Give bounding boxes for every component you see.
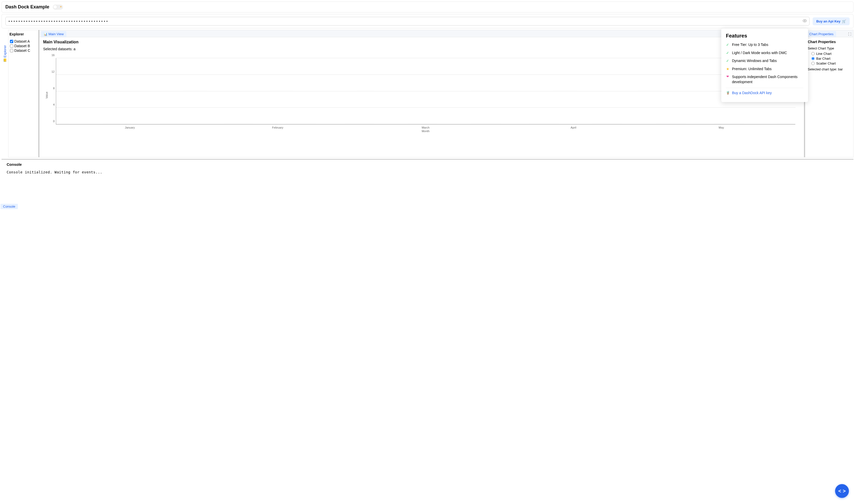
feature-item: ✓Free Tier: Up to 3 Tabs bbox=[726, 42, 803, 48]
heart-icon: ❤ bbox=[726, 74, 729, 79]
features-popover: Features ✓Free Tier: Up to 3 Tabs✓Light … bbox=[721, 28, 808, 102]
star-icon: ★ bbox=[726, 67, 729, 72]
main-tab-strip: 📊 Main View bbox=[39, 30, 804, 37]
theme-toggle[interactable]: ☀ bbox=[53, 5, 63, 10]
cart-icon: 🛒 bbox=[842, 19, 846, 23]
header-bar: Dash Dock Example ☀ bbox=[2, 2, 853, 13]
api-key-bar: Buy an Api Key 🛒 bbox=[2, 14, 853, 28]
buy-api-key-label: Buy an Api Key bbox=[816, 19, 840, 23]
chart-type-label: Scatter Chart bbox=[816, 61, 836, 65]
selected-chart-type-text: Selected chart type: bar bbox=[808, 67, 851, 71]
chart-type-radio[interactable] bbox=[812, 52, 815, 55]
x-tick: January bbox=[63, 126, 196, 129]
explorer-rail[interactable]: Explorer 📒 bbox=[2, 30, 8, 157]
chart-properties-title: Chart Properties bbox=[808, 40, 851, 44]
chart-type-label: Line Chart bbox=[816, 52, 832, 56]
feature-item: ❤Supports independent Dash Components de… bbox=[726, 74, 803, 85]
plot-area: 0481216 bbox=[56, 58, 795, 124]
folder-icon: 📒 bbox=[3, 58, 7, 62]
buy-dashdock-link[interactable]: Buy a DashDock API key bbox=[732, 91, 772, 96]
api-key-input[interactable] bbox=[8, 19, 800, 23]
console-output: Console initialized. Waiting for events.… bbox=[7, 170, 848, 174]
x-tick: April bbox=[507, 126, 640, 129]
x-tick: March bbox=[359, 126, 492, 129]
y-tick: 12 bbox=[52, 70, 56, 73]
tab-chart-properties-label: Chart Properties bbox=[809, 32, 834, 36]
tab-chart-properties[interactable]: Chart Properties bbox=[807, 31, 836, 37]
props-body: Chart Properties Select Chart Type Line … bbox=[805, 37, 853, 74]
y-tick: 16 bbox=[52, 54, 56, 57]
dataset-label: Dataset A bbox=[14, 39, 30, 43]
feature-text: Dynamic Windows and Tabs bbox=[732, 58, 777, 64]
chart-type-radio-row[interactable]: Line Chart bbox=[812, 52, 851, 56]
gridline bbox=[56, 74, 795, 75]
check-icon: ✓ bbox=[726, 51, 729, 56]
explorer-title: Explorer bbox=[10, 32, 37, 36]
features-title: Features bbox=[726, 33, 803, 39]
svg-point-0 bbox=[804, 20, 805, 21]
y-tick: 0 bbox=[53, 120, 56, 123]
y-axis-label: Value bbox=[45, 92, 48, 98]
check-icon: ✓ bbox=[726, 42, 729, 48]
chart[interactable]: Value 0481216 JanuaryFebruaryMarchAprilM… bbox=[43, 53, 800, 137]
expand-icon[interactable]: ⛶ bbox=[848, 32, 851, 36]
dataset-label: Dataset C bbox=[14, 49, 30, 53]
feature-text: Supports independent Dash Components dev… bbox=[732, 74, 803, 85]
x-axis-label: Month bbox=[56, 130, 795, 133]
selected-datasets-text: Selected datasets: a bbox=[43, 47, 800, 51]
select-chart-type-label: Select Chart Type bbox=[808, 47, 851, 50]
feature-item: ★Premium: Unlimited Tabs bbox=[726, 67, 803, 72]
main-body: Main Visualization Selected datasets: a … bbox=[39, 37, 804, 157]
main-panel: 📊 Main View Main Visualization Selected … bbox=[39, 30, 805, 157]
chart-type-label: Bar Chart bbox=[816, 57, 831, 60]
gridline bbox=[56, 124, 795, 124]
gridline bbox=[56, 91, 795, 91]
feature-item: ✓Light / Dark Mode works with DMC bbox=[726, 51, 803, 56]
chart-properties-panel: Chart Properties ⛶ Chart Properties Sele… bbox=[805, 30, 853, 157]
gridline bbox=[56, 107, 795, 108]
chart-type-radio[interactable] bbox=[812, 62, 815, 65]
divider bbox=[726, 88, 803, 88]
bar-chart-icon: 📊 bbox=[43, 32, 48, 36]
dataset-checkbox-row[interactable]: Dataset B bbox=[10, 44, 37, 48]
dock-area: Explorer 📒 Explorer Dataset ADataset BDa… bbox=[2, 30, 853, 157]
feature-text: Light / Dark Mode works with DMC bbox=[732, 51, 787, 56]
x-tick: February bbox=[211, 126, 344, 129]
chart-type-radio-row[interactable]: Bar Chart bbox=[812, 57, 851, 60]
tab-main-view-label: Main View bbox=[49, 32, 64, 36]
api-key-input-wrap bbox=[5, 17, 809, 25]
feature-text: Free Tier: Up to 3 Tabs bbox=[732, 42, 768, 48]
sun-icon: ☀ bbox=[60, 5, 62, 8]
x-tick: May bbox=[655, 126, 788, 129]
dataset-checkbox-row[interactable]: Dataset A bbox=[10, 39, 37, 43]
chart-type-radio-row[interactable]: Scatter Chart bbox=[812, 61, 851, 65]
tab-console[interactable]: Console bbox=[1, 204, 18, 209]
eye-icon[interactable] bbox=[803, 19, 807, 24]
tab-main-view[interactable]: 📊 Main View bbox=[41, 31, 66, 37]
chart-type-radio[interactable] bbox=[812, 57, 815, 60]
main-viz-title: Main Visualization bbox=[43, 40, 800, 44]
explorer-rail-label: Explorer bbox=[3, 45, 7, 57]
buy-api-key-button[interactable]: Buy an Api Key 🛒 bbox=[813, 17, 850, 25]
dataset-checkbox-row[interactable]: Dataset C bbox=[10, 49, 37, 53]
dataset-checkbox[interactable] bbox=[10, 49, 13, 52]
toggle-knob bbox=[53, 5, 57, 9]
feature-text: Premium: Unlimited Tabs bbox=[732, 67, 771, 72]
y-tick: 8 bbox=[53, 87, 56, 90]
app-title: Dash Dock Example bbox=[5, 4, 49, 10]
feature-item: ✓Dynamic Windows and Tabs bbox=[726, 58, 803, 64]
dataset-label: Dataset B bbox=[14, 44, 30, 48]
y-tick: 4 bbox=[53, 103, 56, 106]
props-tab-strip: Chart Properties ⛶ bbox=[805, 30, 853, 37]
dataset-checkbox[interactable] bbox=[10, 44, 13, 48]
check-icon: ✓ bbox=[726, 58, 729, 64]
drink-icon: 🧋 bbox=[726, 91, 729, 95]
console-panel: Console Console initialized. Waiting for… bbox=[2, 159, 853, 202]
console-title: Console bbox=[7, 162, 848, 166]
dataset-checkbox[interactable] bbox=[10, 40, 13, 43]
gridline bbox=[56, 58, 795, 58]
explorer-panel: Explorer Dataset ADataset BDataset C bbox=[8, 30, 39, 157]
